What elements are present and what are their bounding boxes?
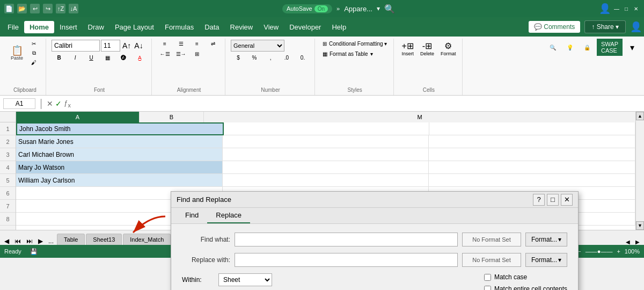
within-select[interactable]: Sheet Workbook (218, 273, 272, 286)
vertical-scrollbar[interactable]: ▲ ▼ (635, 112, 644, 230)
confirm-formula-icon[interactable]: ✓ (55, 99, 62, 108)
col-header-m[interactable]: M (204, 112, 635, 122)
menu-developer[interactable]: Developer (284, 21, 326, 33)
indent-more-button[interactable]: ☰→ (173, 50, 188, 58)
tab-prev-btn[interactable]: ◀ (2, 237, 11, 245)
paste-button[interactable]: 📋 Paste (9, 45, 25, 62)
number-format-select[interactable]: General (231, 40, 284, 52)
menu-data[interactable]: Data (199, 21, 224, 33)
cell-m3[interactable] (429, 148, 635, 161)
folder-icon[interactable]: 📂 (17, 4, 27, 13)
cell-a4[interactable]: Mary Jo Watson (16, 161, 223, 174)
sheet-tab-table[interactable]: Table (57, 234, 85, 245)
profile-icon[interactable]: 👤 (599, 3, 611, 15)
italic-button[interactable]: I (68, 54, 83, 62)
fill-color-button[interactable]: 🅐 (116, 54, 131, 62)
scroll-down-btn[interactable]: ▼ (636, 221, 644, 230)
redo-icon[interactable]: ↪ (43, 4, 53, 13)
zoom-in-icon[interactable]: + (617, 248, 620, 255)
decimal-add-button[interactable]: .0 (279, 54, 294, 62)
search-icon[interactable]: 🔍 (384, 4, 395, 14)
tab-first-btn[interactable]: ⏮ (12, 237, 23, 245)
decrease-font-icon[interactable]: A↓ (133, 40, 144, 51)
replace-with-input[interactable] (235, 253, 458, 267)
expand-ribbon-button[interactable]: ▾ (625, 41, 640, 54)
sheet-scroll-left[interactable]: ◀ (624, 239, 632, 245)
cell-a3[interactable]: Carl Michael Brown (16, 148, 223, 161)
scroll-up-btn[interactable]: ▲ (636, 112, 644, 120)
dialog-maximize-button[interactable]: □ (547, 194, 559, 206)
underline-button[interactable]: U (84, 54, 99, 62)
dropdown-icon[interactable]: ▾ (377, 5, 380, 12)
menu-page-layout[interactable]: Page Layout (109, 21, 159, 33)
insert-cells-button[interactable]: +⊞ Insert (399, 40, 416, 57)
cell-m4[interactable] (429, 161, 635, 174)
align-left-button[interactable]: ≡ (157, 40, 172, 48)
cell-a1[interactable]: John Jacob Smith (16, 122, 224, 135)
cell-m2[interactable] (429, 135, 635, 148)
cell-m5[interactable] (429, 174, 635, 187)
match-case-checkbox[interactable] (484, 274, 491, 281)
profile-menu-icon[interactable]: 👤 (630, 21, 642, 33)
menu-help[interactable]: Help (326, 21, 352, 33)
ideas-button[interactable]: 💡 (562, 44, 577, 52)
cell-b5[interactable] (223, 174, 429, 187)
font-color-button[interactable]: A̲ (132, 54, 147, 62)
col-header-a[interactable]: A (16, 112, 140, 122)
swap-case-button[interactable]: SWAPCASE (597, 39, 623, 56)
format-as-table-button[interactable]: ▦ Format as Table ▾ (320, 50, 375, 58)
currency-button[interactable]: $ (231, 54, 246, 62)
sheet-scroll-right[interactable]: ▶ (633, 239, 642, 245)
cell-m1[interactable] (429, 122, 635, 135)
format-painter-button[interactable]: 🖌 (26, 59, 41, 67)
zoom-slider[interactable]: ——●—— (586, 248, 613, 255)
align-center-button[interactable]: ☰ (173, 40, 188, 48)
name-box[interactable] (3, 98, 35, 109)
formula-input[interactable] (73, 100, 641, 107)
decimal-remove-button[interactable]: 0. (295, 54, 310, 62)
font-size-input[interactable] (101, 40, 120, 52)
share-button[interactable]: ↑ Share ▾ (584, 20, 626, 33)
undo-icon[interactable]: ↩ (30, 4, 40, 13)
cell-a5[interactable]: William Jay Carlson (16, 174, 223, 187)
sheet-tab-index-match[interactable]: Index_Match (123, 234, 171, 245)
font-name-input[interactable] (52, 40, 100, 52)
find-what-input[interactable] (235, 233, 458, 247)
sheet-tab-sheet13[interactable]: Sheet13 (86, 234, 122, 245)
delete-cells-button[interactable]: -⊞ Delete (418, 40, 436, 57)
tab-next-btn[interactable]: ▶ (36, 237, 45, 245)
merge-button[interactable]: ⊞ (189, 50, 204, 58)
tab-last-btn[interactable]: ⏭ (24, 237, 35, 245)
menu-view[interactable]: View (258, 21, 284, 33)
close-button[interactable]: ✕ (632, 5, 640, 12)
copy-button[interactable]: ⧉ (26, 49, 41, 57)
comments-button[interactable]: 💬 Comments (529, 21, 580, 33)
cell-b3[interactable] (223, 148, 429, 161)
conditional-formatting-button[interactable]: ⊞ Conditional Formatting ▾ (320, 40, 389, 48)
autosave-toggle[interactable]: AutoSave On (282, 4, 332, 13)
sort-asc-icon[interactable]: ↑Z (56, 4, 65, 13)
search-ribbon-button[interactable]: 🔍 (545, 44, 560, 52)
menu-insert[interactable]: Insert (54, 21, 83, 33)
file-icon[interactable]: 📄 (4, 4, 14, 13)
find-format-button[interactable]: Format... ▾ (525, 233, 567, 247)
wrap-text-button[interactable]: ⇌ (206, 40, 221, 48)
cell-b2[interactable] (223, 135, 429, 148)
percent-button[interactable]: % (247, 54, 262, 62)
menu-draw[interactable]: Draw (83, 21, 109, 33)
bold-button[interactable]: B (52, 54, 67, 62)
comma-button[interactable]: , (263, 54, 278, 62)
cell-a2[interactable]: Susan Marie Jones (16, 135, 223, 148)
maximize-button[interactable]: □ (623, 5, 630, 12)
dialog-help-button[interactable]: ? (533, 194, 545, 206)
cell-b4[interactable] (223, 161, 429, 174)
insert-function-icon[interactable]: ƒx (64, 99, 71, 108)
indent-less-button[interactable]: ←☰ (157, 50, 172, 58)
sort-desc-icon[interactable]: ↓A (69, 4, 78, 13)
cell-b1[interactable] (224, 122, 430, 135)
menu-home[interactable]: Home (24, 21, 54, 33)
minimize-button[interactable]: — (613, 5, 620, 12)
cancel-formula-icon[interactable]: ✕ (47, 99, 53, 108)
menu-review[interactable]: Review (225, 21, 259, 33)
cut-button[interactable]: ✂ (26, 40, 41, 48)
